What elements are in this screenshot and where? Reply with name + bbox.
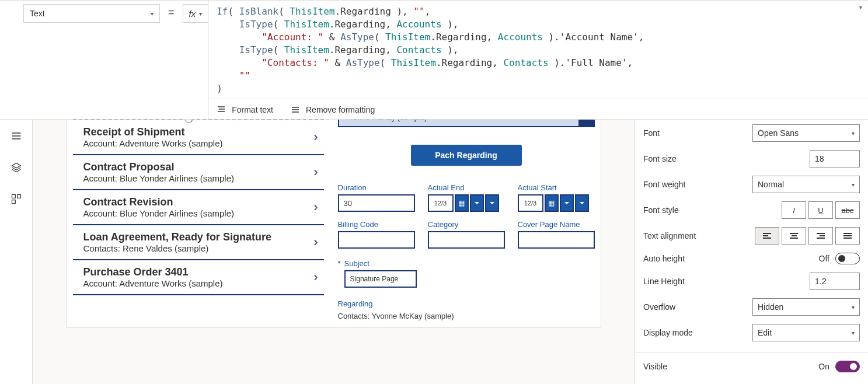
cover-page-input[interactable] — [518, 231, 595, 249]
align-center-button[interactable] — [782, 227, 806, 245]
field-billing-code: Billing Code — [338, 220, 415, 249]
field-label: Billing Code — [338, 220, 415, 229]
chevron-down-icon: ▾ — [199, 11, 202, 17]
prop-label: Line Height — [643, 277, 685, 286]
tree-view-icon[interactable] — [9, 129, 23, 143]
category-input[interactable] — [428, 231, 505, 249]
field-cover-page: Cover Page Name — [518, 220, 595, 249]
regarding-combo[interactable]: Yvonne McKay (sample) — [338, 120, 595, 127]
display-mode-select[interactable]: Edit ▾ — [752, 324, 860, 341]
align-left-button[interactable] — [755, 227, 779, 245]
auto-height-toggle[interactable] — [835, 253, 860, 264]
field-label: Category — [428, 220, 505, 229]
hour-dropdown[interactable] — [560, 194, 574, 212]
property-selector[interactable]: Text ▾ — [23, 4, 160, 23]
visible-state: On — [818, 362, 829, 371]
chevron-right-icon: › — [313, 235, 321, 250]
list-item[interactable]: Receipt of ShipmentAccount: Adventure Wo… — [73, 120, 324, 155]
chevron-down-icon: ▾ — [852, 330, 855, 336]
subject-input[interactable]: Signature Page — [344, 270, 417, 288]
list-item[interactable]: Contract RevisionAccount: Blue Yonder Ai… — [73, 190, 324, 225]
field-actual-end: Actual End 12/3 ▦ — [428, 183, 505, 212]
layers-icon[interactable] — [9, 160, 23, 174]
formula-bar[interactable]: If( IsBlank( ThisItem.Regarding ), "", I… — [208, 1, 868, 119]
field-category: Category — [428, 220, 505, 249]
hour-dropdown[interactable] — [470, 194, 484, 212]
list-item-subtitle: Account: Blue Yonder Airlines (sample) — [83, 173, 234, 183]
patch-regarding-button[interactable]: Pach Regarding — [411, 145, 522, 166]
calendar-icon[interactable]: ▦ — [545, 194, 559, 212]
chevron-right-icon: › — [313, 200, 321, 215]
subject-label: Subject — [344, 259, 417, 268]
prop-label: Text alignment — [643, 231, 696, 240]
visible-toggle[interactable] — [835, 361, 860, 372]
list-item[interactable]: Loan Agreement, Ready for SignatureConta… — [73, 225, 324, 260]
font-select[interactable]: Open Sans ▾ — [752, 124, 860, 142]
formula-expand-icon[interactable]: ▾ — [859, 4, 862, 11]
field-actual-start: Actual Start 12/3 ▦ — [518, 183, 595, 212]
billing-code-input[interactable] — [338, 231, 415, 249]
list-item[interactable]: Purchase Order 3401Account: Adventure Wo… — [73, 260, 324, 295]
underline-button[interactable]: U — [808, 201, 833, 219]
align-justify-button[interactable] — [835, 227, 860, 245]
svg-rect-0 — [12, 195, 15, 198]
format-text-label: Format text — [232, 105, 273, 114]
prop-label: Font style — [643, 205, 679, 215]
required-asterisk: * — [338, 259, 341, 268]
chevron-down-icon[interactable] — [578, 120, 594, 126]
font-size-input[interactable]: 18 — [810, 150, 860, 167]
calendar-icon[interactable]: ▦ — [455, 194, 469, 212]
chevron-right-icon: › — [313, 270, 321, 285]
list-item-subtitle: Account: Blue Yonder Airlines (sample) — [83, 208, 234, 218]
list-item[interactable]: Contract ProposalAccount: Blue Yonder Ai… — [73, 155, 324, 190]
prop-label: Visible — [643, 362, 667, 371]
chevron-down-icon: ▾ — [852, 304, 855, 310]
property-selector-value: Text — [30, 9, 45, 18]
equals-sign: = — [168, 6, 175, 19]
detail-form: Yvonne McKay (sample) Pach Regarding Dur… — [338, 120, 595, 320]
remove-format-icon — [291, 105, 300, 114]
canvas-area[interactable]: AllAccountsContacts Signature PageContac… — [33, 120, 635, 384]
regarding-text: Contacts: Yvonne McKay (sample) — [338, 312, 595, 320]
left-rail — [0, 120, 33, 384]
duration-input[interactable]: 30 — [338, 194, 415, 212]
list-item-title: Purchase Order 3401 — [83, 266, 223, 278]
minute-dropdown[interactable] — [485, 194, 499, 212]
field-label: Actual Start — [518, 183, 595, 192]
actual-end-date[interactable]: 12/3 — [428, 194, 454, 212]
italic-button[interactable]: I — [782, 201, 806, 219]
chevron-down-icon: ▾ — [852, 130, 855, 137]
app-screen: AllAccountsContacts Signature PageContac… — [67, 120, 601, 328]
overflow-select[interactable]: Hidden ▾ — [752, 298, 860, 316]
format-text-button[interactable]: Format text — [217, 105, 273, 114]
format-icon — [217, 105, 226, 114]
align-right-button[interactable] — [808, 227, 833, 245]
formula-code[interactable]: If( IsBlank( ThisItem.Regarding ), "", I… — [208, 1, 868, 99]
fx-button[interactable]: fx ▾ — [183, 4, 208, 23]
svg-rect-1 — [17, 195, 20, 198]
chevron-down-icon: ▾ — [852, 181, 855, 188]
chevron-down-icon: ▾ — [151, 11, 154, 17]
regarding-combo-value: Yvonne McKay (sample) — [339, 120, 578, 126]
field-label: Actual End — [428, 183, 505, 192]
prop-label: Overflow — [643, 302, 675, 312]
field-label: Cover Page Name — [518, 220, 595, 229]
remove-formatting-button[interactable]: Remove formatting — [291, 105, 375, 114]
list-item-title: Loan Agreement, Ready for Signature — [83, 231, 271, 243]
font-weight-select[interactable]: Normal ▾ — [752, 176, 860, 193]
list-item-title: Contract Proposal — [83, 161, 234, 173]
prop-label: Display mode — [643, 328, 693, 337]
prop-label: Font weight — [643, 180, 685, 189]
fx-icon: fx — [189, 9, 196, 19]
svg-rect-2 — [12, 200, 15, 204]
line-height-input[interactable]: 1.2 — [810, 273, 860, 290]
components-icon[interactable] — [9, 192, 23, 206]
minute-dropdown[interactable] — [575, 194, 589, 212]
remove-formatting-label: Remove formatting — [306, 105, 375, 114]
strikethrough-button[interactable]: abc — [835, 201, 860, 219]
actual-start-date[interactable]: 12/3 — [518, 194, 543, 212]
list-item-subtitle: Account: Adventure Works (sample) — [83, 278, 223, 288]
list-item-title: Receipt of Shipment — [83, 126, 223, 138]
regarding-label: Regarding — [338, 299, 595, 308]
list-item-subtitle: Account: Adventure Works (sample) — [83, 138, 223, 148]
